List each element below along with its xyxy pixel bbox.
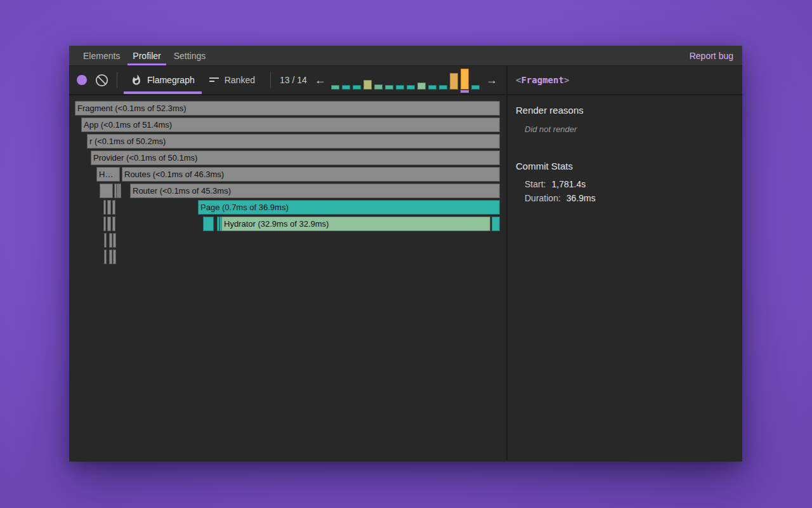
flame-bar-small[interactable] <box>109 250 112 264</box>
flame-bar-routes[interactable]: Routes (<0.1ms of 46.3ms) <box>122 167 500 182</box>
flame-bar-small[interactable] <box>103 217 106 231</box>
clear-profile-button[interactable] <box>95 74 108 87</box>
commit-bar-7[interactable] <box>396 67 404 90</box>
flame-bar-h-truncated[interactable]: H… <box>96 167 120 182</box>
sort-bars-icon <box>209 76 219 84</box>
flame-bar-small[interactable] <box>104 250 107 264</box>
render-reasons-value: Did not render <box>525 124 734 134</box>
flame-icon <box>131 74 142 86</box>
tab-flamegraph-label: Flamegraph <box>147 75 195 85</box>
commit-bar-1[interactable] <box>331 67 339 90</box>
devtools-window: Elements Profiler Settings Report bug <box>69 46 742 462</box>
stat-duration-value: 36.9ms <box>566 193 596 203</box>
flame-bar-small[interactable] <box>203 217 214 231</box>
flame-bar-small[interactable] <box>100 184 113 198</box>
circle-slash-icon <box>95 74 108 87</box>
flamegraph-chart: Fragment (<0.1ms of 52.3ms)App (<0.1ms o… <box>69 95 508 460</box>
flame-bar-small[interactable] <box>112 200 115 215</box>
report-bug-label: Report bug <box>690 51 733 61</box>
close-bracket: > <box>564 75 569 85</box>
active-tab-underline <box>128 64 166 65</box>
flame-bar-hydrator[interactable]: Hydrator (32.9ms of 32.9ms) <box>221 217 490 231</box>
profiler-toolbar: Flamegraph Ranked 13 / 14 ← → <Fragm <box>69 66 742 95</box>
active-view-underline <box>124 91 202 94</box>
open-bracket: < <box>516 75 521 85</box>
flame-bar-small[interactable] <box>103 200 106 215</box>
flame-bar-page[interactable]: Page (0.7ms of 36.9ms) <box>198 200 500 215</box>
flame-bar-small[interactable] <box>492 217 500 231</box>
tab-settings-label: Settings <box>174 51 206 61</box>
commit-bar-11[interactable] <box>439 67 447 90</box>
commit-bar-9[interactable] <box>417 67 426 90</box>
selected-component-title: <Fragment> <box>508 66 742 94</box>
commit-bar-8[interactable] <box>407 67 415 90</box>
toolbar-divider <box>117 72 117 88</box>
flame-bar-small[interactable] <box>112 217 115 231</box>
commit-bar-12[interactable] <box>450 67 458 90</box>
commit-bar-fill <box>342 85 350 90</box>
commit-bar-13[interactable] <box>461 67 469 90</box>
main-area: Fragment (<0.1ms of 52.3ms)App (<0.1ms o… <box>69 95 742 460</box>
commit-bar-fill <box>407 85 415 90</box>
tab-elements-label: Elements <box>83 51 120 61</box>
commit-bar-6[interactable] <box>385 67 393 90</box>
commit-bar-fill <box>471 85 480 90</box>
flame-bar-r[interactable]: r (<0.1ms of 50.2ms) <box>87 134 500 149</box>
commit-bar-14[interactable] <box>471 67 480 90</box>
tab-elements[interactable]: Elements <box>77 46 126 65</box>
record-icon[interactable] <box>77 75 87 85</box>
toolbar-divider <box>270 72 271 88</box>
commit-bar-fill <box>417 83 426 90</box>
report-bug-link[interactable]: Report bug <box>690 46 742 65</box>
toolbar-left: Flamegraph Ranked 13 / 14 ← → <box>69 66 508 94</box>
tab-ranked-label: Ranked <box>225 75 255 85</box>
flame-bar-app[interactable]: App (<0.1ms of 51.4ms) <box>81 117 500 132</box>
commit-bar-fill <box>428 85 436 90</box>
commit-bar-fill <box>374 84 383 90</box>
flame-bar-router[interactable]: Router (<0.1ms of 45.3ms) <box>130 184 500 198</box>
commit-bar-fill <box>439 85 447 90</box>
commit-bar-fill <box>461 69 469 90</box>
commit-bar-fill <box>331 85 339 90</box>
flame-bar-small[interactable] <box>113 233 116 248</box>
flame-bar-small[interactable] <box>107 200 111 215</box>
flame-bar-fragment[interactable]: Fragment (<0.1ms of 52.3ms) <box>75 101 500 116</box>
commit-bar-3[interactable] <box>353 67 361 90</box>
commit-counter: 13 / 14 <box>280 75 307 85</box>
tab-profiler-label: Profiler <box>133 51 160 61</box>
tab-flamegraph[interactable]: Flamegraph <box>124 66 202 94</box>
commit-bar-2[interactable] <box>342 67 350 90</box>
commit-bar-fill <box>450 73 458 90</box>
details-header-region: <Fragment> <box>508 66 742 94</box>
stat-start-label: Start: <box>525 179 546 189</box>
stat-row-duration: Duration:36.9ms <box>525 191 734 205</box>
tab-profiler[interactable]: Profiler <box>126 46 167 65</box>
commit-bar-10[interactable] <box>428 67 436 90</box>
flame-bar-small[interactable] <box>104 233 107 248</box>
flame-bar-small[interactable] <box>107 217 111 231</box>
commit-bar-fill <box>363 80 372 90</box>
tab-ranked[interactable]: Ranked <box>202 66 262 94</box>
commit-bar-4[interactable] <box>363 67 372 90</box>
tabbar-spacer <box>212 46 689 65</box>
flame-bar-small[interactable] <box>113 250 116 264</box>
commit-bar-fill <box>385 85 393 90</box>
commit-bar-fill <box>353 85 361 90</box>
top-tab-bar: Elements Profiler Settings Report bug <box>69 46 742 66</box>
flame-bar-small[interactable] <box>109 233 112 248</box>
details-panel: Render reasons Did not render Commit Sta… <box>508 95 742 460</box>
flame-bar-small[interactable] <box>119 184 121 198</box>
commit-bar-5[interactable] <box>374 67 383 90</box>
tab-settings[interactable]: Settings <box>167 46 213 65</box>
commit-stats-title: Commit Stats <box>516 161 734 171</box>
stat-start-value: 1,781.4s <box>551 179 586 189</box>
render-reasons-title: Render reasons <box>516 105 734 116</box>
next-commit-button[interactable]: → <box>482 74 501 87</box>
commit-bar-chart <box>331 67 480 90</box>
stat-duration-label: Duration: <box>525 193 561 203</box>
flame-bar-provider[interactable]: Provider (<0.1ms of 50.1ms) <box>91 150 500 165</box>
stat-row-start: Start:1,781.4s <box>525 177 734 191</box>
component-name: Fragment <box>521 75 563 85</box>
previous-commit-button[interactable]: ← <box>311 74 330 87</box>
commit-stats-rows: Start:1,781.4s Duration:36.9ms <box>525 177 734 205</box>
